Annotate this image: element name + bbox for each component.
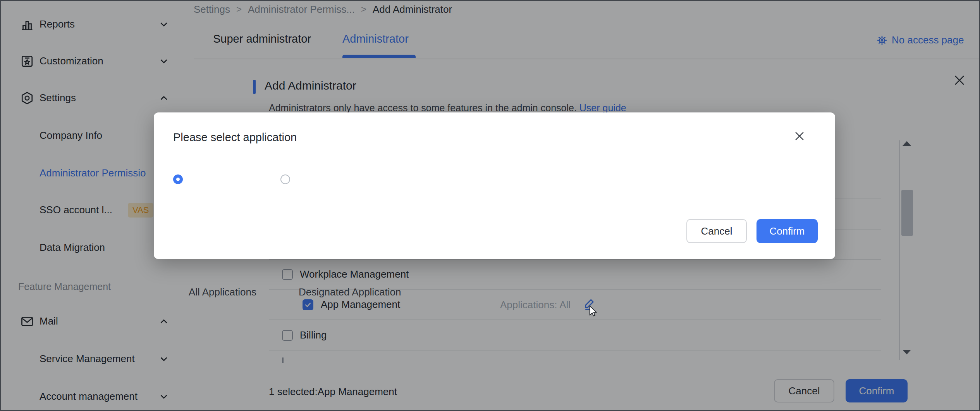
dialog-title: Please select application (173, 131, 297, 144)
radio-all-applications[interactable] (173, 174, 183, 184)
radio-designated-application[interactable] (280, 174, 290, 184)
app-window: Reports Customization Settings Company I… (0, 0, 980, 411)
dialog-cancel-button[interactable]: Cancel (686, 219, 747, 243)
dialog-confirm-button[interactable]: Confirm (756, 219, 818, 243)
radio-label[interactable]: All Applications (189, 286, 256, 298)
select-application-dialog: Please select application All Applicatio… (154, 112, 835, 259)
radio-label[interactable]: Designated Application (299, 286, 401, 298)
close-icon[interactable] (793, 130, 806, 143)
